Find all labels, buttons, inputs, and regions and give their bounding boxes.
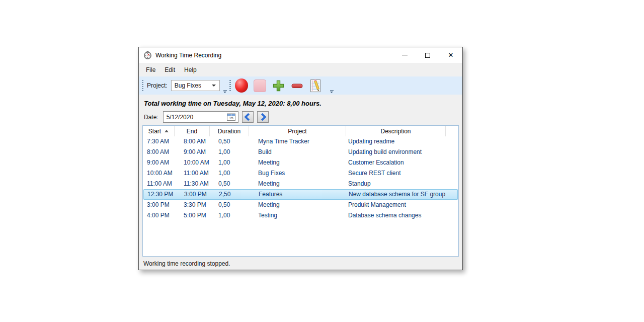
table-cell: Myna Time Tracker [249, 136, 346, 147]
table-cell: 0,50 [210, 179, 249, 189]
date-label: Date: [144, 114, 158, 121]
table-row[interactable]: 12:30 PM3:00 PM2,50FeaturesNew database … [143, 189, 458, 200]
project-label: Project: [147, 82, 168, 89]
edit-entry-button[interactable] [308, 77, 324, 94]
table-cell: Standup [346, 179, 446, 189]
table-cell: Produkt Management [346, 200, 446, 210]
table-row[interactable]: 8:00 AM9:00 AM1,00BuildUpdating build en… [143, 147, 458, 157]
table-row[interactable]: 10:00 AM11:00 AM1,00Bug FixesSecure REST… [143, 168, 458, 179]
overflow-bar [330, 90, 334, 91]
column-header-label: Project [288, 128, 306, 135]
table-cell: 8:00 AM [143, 147, 175, 157]
table-cell: 11:00 AM [143, 179, 175, 189]
column-header-label: Description [380, 128, 411, 135]
table-header: Start End Duration Project Description [143, 126, 458, 136]
record-circle-icon [235, 78, 248, 93]
window-title: Working Time Recording [155, 52, 221, 59]
table-cell: 1,00 [210, 147, 249, 157]
column-header-duration[interactable]: Duration [210, 126, 249, 136]
content-area: Total working time on Tuesday, May 12, 2… [139, 100, 462, 264]
toolbar-overflow-button[interactable] [223, 90, 227, 93]
table-row[interactable]: 9:00 AM10:00 AM1,00MeetingCustomer Escal… [143, 157, 458, 168]
toolbar-gripper[interactable] [142, 80, 143, 91]
table-cell: 2,50 [210, 189, 250, 200]
minus-icon [290, 79, 304, 93]
add-entry-button[interactable] [271, 77, 287, 94]
date-value: 5/12/2020 [164, 114, 225, 121]
table-cell: Customer Escalation [346, 157, 446, 168]
table-cell: 1,00 [210, 157, 249, 168]
menu-help[interactable]: Help [180, 64, 201, 76]
time-entries-table: Start End Duration Project Description 7… [142, 125, 459, 257]
table-row[interactable]: 3:00 PM3:30 PM0,50MeetingProdukt Managem… [143, 200, 458, 210]
calendar-button[interactable]: 15 [225, 112, 238, 122]
table-cell: Meeting [249, 179, 346, 189]
table-cell: 10:00 AM [143, 168, 175, 179]
table-cell: Meeting [249, 157, 346, 168]
overflow-bar [223, 90, 227, 91]
svg-text:15: 15 [229, 116, 233, 120]
previous-day-button[interactable] [242, 111, 254, 123]
menubar: File Edit Help [139, 63, 462, 76]
table-row[interactable]: 4:00 PM5:00 PM1,00TestingDatabase schema… [143, 210, 458, 221]
close-button[interactable]: ✕ [439, 47, 462, 63]
date-bar: Date: 5/12/2020 15 [144, 111, 462, 123]
table-cell: 9:00 AM [175, 147, 210, 157]
table-cell: 1,00 [210, 168, 249, 179]
table-cell: 0,50 [210, 200, 249, 210]
delete-entry-button[interactable] [289, 77, 305, 94]
table-cell: Testing [249, 210, 346, 221]
table-cell: Meeting [249, 200, 346, 210]
table-row[interactable]: 11:00 AM11:30 AM0,50MeetingStandup [143, 179, 458, 189]
table-cell: Build [249, 147, 346, 157]
column-header-label: Duration [218, 128, 240, 135]
maximize-icon [425, 53, 430, 58]
stop-square-icon [254, 79, 266, 92]
table-body: 7:30 AM8:00 AM0,50Myna Time TrackerUpdat… [143, 136, 458, 221]
date-input[interactable]: 5/12/2020 15 [163, 111, 238, 123]
table-cell: Secure REST client [346, 168, 446, 179]
table-cell: Bug Fixes [249, 168, 346, 179]
stop-button[interactable] [252, 77, 268, 94]
table-cell: 1,00 [210, 210, 249, 221]
table-cell: 4:00 PM [143, 210, 175, 221]
table-cell: 8:00 AM [175, 136, 210, 147]
project-combobox[interactable]: Bug Fixes [171, 80, 220, 91]
table-cell: 12:30 PM [143, 189, 175, 200]
app-window: Working Time Recording ✕ File Edit Help … [138, 47, 463, 270]
table-cell: Updating readme [346, 136, 446, 147]
statusbar: Working time recording stopped. [139, 257, 462, 270]
table-cell: Features [250, 189, 347, 200]
toolbar-overflow-button[interactable] [330, 90, 334, 93]
chevron-down-icon [212, 85, 216, 87]
minimize-button[interactable] [393, 47, 416, 63]
status-message: Working time recording stopped. [143, 260, 230, 267]
toolbar-gripper[interactable] [229, 80, 231, 91]
table-cell: 3:00 PM [143, 200, 175, 210]
table-cell: 10:00 AM [175, 157, 210, 168]
menu-edit[interactable]: Edit [160, 64, 180, 76]
maximize-button[interactable] [416, 47, 439, 63]
calendar-icon: 15 [226, 113, 236, 121]
record-button[interactable] [233, 77, 250, 94]
menu-file[interactable]: File [141, 64, 160, 76]
titlebar[interactable]: Working Time Recording ✕ [139, 47, 462, 63]
column-header-label: End [187, 128, 197, 135]
table-row[interactable]: 7:30 AM8:00 AM0,50Myna Time TrackerUpdat… [143, 136, 458, 147]
column-header-project[interactable]: Project [249, 126, 346, 136]
table-cell: 5:00 PM [175, 210, 210, 221]
next-day-button[interactable] [257, 111, 269, 123]
table-cell: New database schema for SF group [347, 189, 446, 200]
table-cell: 11:30 AM [175, 179, 210, 189]
overflow-arrow-icon [330, 92, 333, 93]
column-header-end[interactable]: End [175, 126, 210, 136]
actions-toolbar [228, 76, 335, 95]
table-cell: 7:30 AM [143, 136, 175, 147]
table-cell: 3:00 PM [175, 189, 210, 200]
table-cell: Updating build environment [346, 147, 446, 157]
overflow-arrow-icon [223, 92, 226, 93]
column-header-description[interactable]: Description [346, 126, 446, 136]
project-toolbar: Project: Bug Fixes [140, 76, 228, 95]
plus-icon [272, 79, 285, 93]
column-header-start[interactable]: Start [143, 126, 175, 136]
